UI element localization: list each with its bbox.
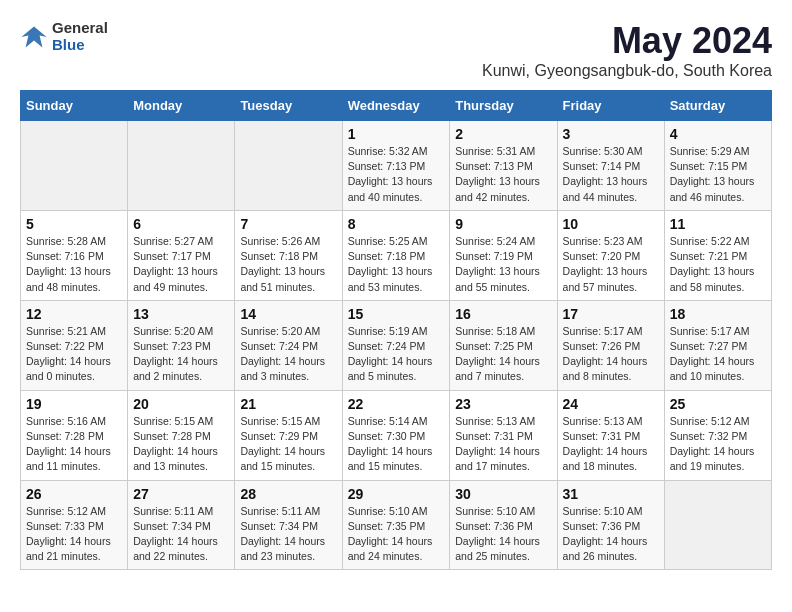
day-cell: 2Sunrise: 5:31 AMSunset: 7:13 PMDaylight…	[450, 121, 557, 211]
day-number: 5	[26, 216, 122, 232]
day-info: Sunrise: 5:32 AMSunset: 7:13 PMDaylight:…	[348, 144, 445, 205]
day-info: Sunrise: 5:18 AMSunset: 7:25 PMDaylight:…	[455, 324, 551, 385]
day-cell: 9Sunrise: 5:24 AMSunset: 7:19 PMDaylight…	[450, 210, 557, 300]
day-info: Sunrise: 5:14 AMSunset: 7:30 PMDaylight:…	[348, 414, 445, 475]
weekday-header-thursday: Thursday	[450, 91, 557, 121]
day-number: 8	[348, 216, 445, 232]
day-number: 23	[455, 396, 551, 412]
weekday-header-sunday: Sunday	[21, 91, 128, 121]
weekday-header-monday: Monday	[128, 91, 235, 121]
day-info: Sunrise: 5:11 AMSunset: 7:34 PMDaylight:…	[133, 504, 229, 565]
day-cell: 5Sunrise: 5:28 AMSunset: 7:16 PMDaylight…	[21, 210, 128, 300]
month-title: May 2024	[482, 20, 772, 62]
day-number: 7	[240, 216, 336, 232]
day-number: 17	[563, 306, 659, 322]
day-info: Sunrise: 5:20 AMSunset: 7:23 PMDaylight:…	[133, 324, 229, 385]
day-info: Sunrise: 5:19 AMSunset: 7:24 PMDaylight:…	[348, 324, 445, 385]
day-cell: 23Sunrise: 5:13 AMSunset: 7:31 PMDayligh…	[450, 390, 557, 480]
day-info: Sunrise: 5:13 AMSunset: 7:31 PMDaylight:…	[563, 414, 659, 475]
day-number: 13	[133, 306, 229, 322]
day-number: 24	[563, 396, 659, 412]
day-cell: 13Sunrise: 5:20 AMSunset: 7:23 PMDayligh…	[128, 300, 235, 390]
day-number: 12	[26, 306, 122, 322]
day-number: 18	[670, 306, 766, 322]
day-info: Sunrise: 5:15 AMSunset: 7:29 PMDaylight:…	[240, 414, 336, 475]
day-info: Sunrise: 5:23 AMSunset: 7:20 PMDaylight:…	[563, 234, 659, 295]
day-cell: 6Sunrise: 5:27 AMSunset: 7:17 PMDaylight…	[128, 210, 235, 300]
day-number: 16	[455, 306, 551, 322]
day-number: 28	[240, 486, 336, 502]
day-cell: 14Sunrise: 5:20 AMSunset: 7:24 PMDayligh…	[235, 300, 342, 390]
day-info: Sunrise: 5:11 AMSunset: 7:34 PMDaylight:…	[240, 504, 336, 565]
day-number: 19	[26, 396, 122, 412]
day-cell: 17Sunrise: 5:17 AMSunset: 7:26 PMDayligh…	[557, 300, 664, 390]
week-row-5: 26Sunrise: 5:12 AMSunset: 7:33 PMDayligh…	[21, 480, 772, 570]
day-number: 2	[455, 126, 551, 142]
day-cell: 3Sunrise: 5:30 AMSunset: 7:14 PMDaylight…	[557, 121, 664, 211]
day-cell: 25Sunrise: 5:12 AMSunset: 7:32 PMDayligh…	[664, 390, 771, 480]
weekday-header-tuesday: Tuesday	[235, 91, 342, 121]
day-info: Sunrise: 5:27 AMSunset: 7:17 PMDaylight:…	[133, 234, 229, 295]
day-info: Sunrise: 5:21 AMSunset: 7:22 PMDaylight:…	[26, 324, 122, 385]
day-number: 10	[563, 216, 659, 232]
week-row-3: 12Sunrise: 5:21 AMSunset: 7:22 PMDayligh…	[21, 300, 772, 390]
day-cell	[21, 121, 128, 211]
day-info: Sunrise: 5:28 AMSunset: 7:16 PMDaylight:…	[26, 234, 122, 295]
day-number: 30	[455, 486, 551, 502]
day-info: Sunrise: 5:30 AMSunset: 7:14 PMDaylight:…	[563, 144, 659, 205]
day-cell: 29Sunrise: 5:10 AMSunset: 7:35 PMDayligh…	[342, 480, 450, 570]
day-info: Sunrise: 5:10 AMSunset: 7:35 PMDaylight:…	[348, 504, 445, 565]
day-number: 31	[563, 486, 659, 502]
day-info: Sunrise: 5:20 AMSunset: 7:24 PMDaylight:…	[240, 324, 336, 385]
day-number: 20	[133, 396, 229, 412]
day-info: Sunrise: 5:12 AMSunset: 7:33 PMDaylight:…	[26, 504, 122, 565]
logo-blue-text: Blue	[52, 37, 108, 54]
day-info: Sunrise: 5:17 AMSunset: 7:27 PMDaylight:…	[670, 324, 766, 385]
day-cell: 7Sunrise: 5:26 AMSunset: 7:18 PMDaylight…	[235, 210, 342, 300]
day-info: Sunrise: 5:13 AMSunset: 7:31 PMDaylight:…	[455, 414, 551, 475]
week-row-2: 5Sunrise: 5:28 AMSunset: 7:16 PMDaylight…	[21, 210, 772, 300]
day-number: 14	[240, 306, 336, 322]
day-info: Sunrise: 5:24 AMSunset: 7:19 PMDaylight:…	[455, 234, 551, 295]
day-cell: 20Sunrise: 5:15 AMSunset: 7:28 PMDayligh…	[128, 390, 235, 480]
day-info: Sunrise: 5:10 AMSunset: 7:36 PMDaylight:…	[455, 504, 551, 565]
day-cell: 11Sunrise: 5:22 AMSunset: 7:21 PMDayligh…	[664, 210, 771, 300]
day-cell	[664, 480, 771, 570]
day-cell: 15Sunrise: 5:19 AMSunset: 7:24 PMDayligh…	[342, 300, 450, 390]
day-info: Sunrise: 5:22 AMSunset: 7:21 PMDaylight:…	[670, 234, 766, 295]
day-number: 22	[348, 396, 445, 412]
weekday-header-saturday: Saturday	[664, 91, 771, 121]
weekday-header-friday: Friday	[557, 91, 664, 121]
day-cell: 16Sunrise: 5:18 AMSunset: 7:25 PMDayligh…	[450, 300, 557, 390]
day-cell	[128, 121, 235, 211]
weekday-header-wednesday: Wednesday	[342, 91, 450, 121]
day-info: Sunrise: 5:10 AMSunset: 7:36 PMDaylight:…	[563, 504, 659, 565]
day-cell: 12Sunrise: 5:21 AMSunset: 7:22 PMDayligh…	[21, 300, 128, 390]
day-cell: 22Sunrise: 5:14 AMSunset: 7:30 PMDayligh…	[342, 390, 450, 480]
day-cell: 1Sunrise: 5:32 AMSunset: 7:13 PMDaylight…	[342, 121, 450, 211]
logo-bird-icon	[20, 23, 48, 51]
logo-general-text: General	[52, 20, 108, 37]
day-info: Sunrise: 5:25 AMSunset: 7:18 PMDaylight:…	[348, 234, 445, 295]
day-cell: 27Sunrise: 5:11 AMSunset: 7:34 PMDayligh…	[128, 480, 235, 570]
title-section: May 2024 Kunwi, Gyeongsangbuk-do, South …	[482, 20, 772, 80]
day-number: 27	[133, 486, 229, 502]
day-cell: 19Sunrise: 5:16 AMSunset: 7:28 PMDayligh…	[21, 390, 128, 480]
day-number: 21	[240, 396, 336, 412]
svg-marker-0	[21, 26, 46, 47]
day-cell: 8Sunrise: 5:25 AMSunset: 7:18 PMDaylight…	[342, 210, 450, 300]
week-row-4: 19Sunrise: 5:16 AMSunset: 7:28 PMDayligh…	[21, 390, 772, 480]
day-number: 26	[26, 486, 122, 502]
day-number: 6	[133, 216, 229, 232]
day-cell: 21Sunrise: 5:15 AMSunset: 7:29 PMDayligh…	[235, 390, 342, 480]
day-cell: 31Sunrise: 5:10 AMSunset: 7:36 PMDayligh…	[557, 480, 664, 570]
day-cell	[235, 121, 342, 211]
day-cell: 10Sunrise: 5:23 AMSunset: 7:20 PMDayligh…	[557, 210, 664, 300]
calendar-table: SundayMondayTuesdayWednesdayThursdayFrid…	[20, 90, 772, 570]
day-number: 15	[348, 306, 445, 322]
day-number: 4	[670, 126, 766, 142]
weekday-header-row: SundayMondayTuesdayWednesdayThursdayFrid…	[21, 91, 772, 121]
day-cell: 30Sunrise: 5:10 AMSunset: 7:36 PMDayligh…	[450, 480, 557, 570]
day-info: Sunrise: 5:12 AMSunset: 7:32 PMDaylight:…	[670, 414, 766, 475]
day-info: Sunrise: 5:17 AMSunset: 7:26 PMDaylight:…	[563, 324, 659, 385]
